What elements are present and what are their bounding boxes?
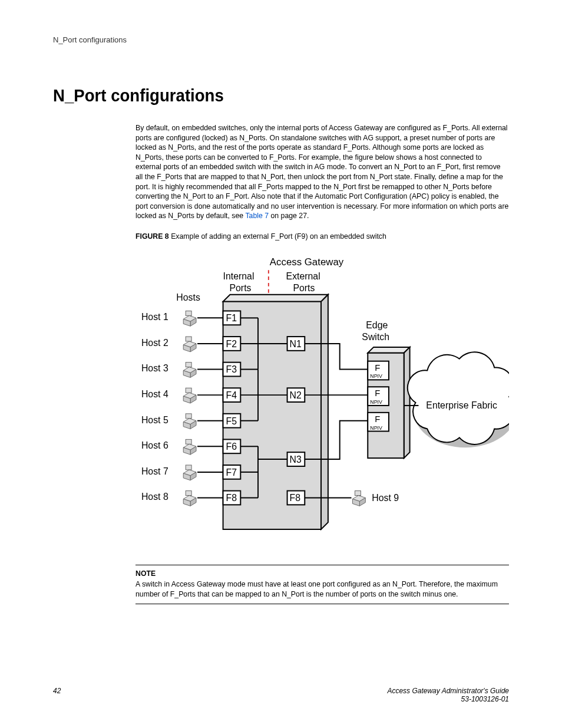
note-label: NOTE [135, 569, 509, 579]
table-link[interactable]: Table 7 [245, 212, 269, 220]
host9-label: Host 9 [372, 493, 399, 503]
host-label: Host 1 [141, 312, 168, 322]
figure-caption: FIGURE 8 Example of adding an external F… [135, 232, 509, 242]
fport-label: F8 [226, 493, 237, 503]
npiv-f: F [375, 388, 380, 398]
section-title: N_Port configurations [53, 85, 472, 106]
svg-marker-45 [368, 347, 409, 353]
note-box: NOTE A switch in Access Gateway mode mus… [135, 565, 509, 605]
svg-marker-2 [321, 294, 328, 529]
host-label: Host 2 [141, 337, 168, 347]
ext-fport-label: F8 [290, 493, 301, 503]
svg-marker-1 [223, 294, 328, 301]
hosts-label: Hosts [176, 292, 200, 302]
fport-label: F5 [226, 416, 237, 426]
host-label: Host 6 [141, 440, 168, 450]
external-label-2: Ports [293, 282, 315, 292]
host-label: Host 8 [141, 492, 168, 502]
fport-label: F3 [226, 364, 237, 374]
running-header: N_Port configurations [53, 35, 509, 44]
host-label: Host 5 [141, 414, 168, 424]
figure-svg: Access Gateway Internal Ports External P… [135, 252, 509, 553]
edge-label-2: Switch [362, 332, 389, 342]
figure: Access Gateway Internal Ports External P… [135, 252, 509, 553]
paragraph-tail: on page 27. [269, 212, 309, 220]
fport-label: F4 [226, 390, 237, 400]
fport-label: F2 [226, 338, 237, 348]
host-label: Host 4 [141, 389, 168, 399]
fport-label: F1 [226, 313, 237, 323]
body-paragraph: By default, on embedded switches, only t… [135, 123, 509, 221]
internal-label-2: Ports [229, 282, 251, 292]
edge-label-1: Edge [366, 320, 388, 330]
nport-label: N3 [290, 454, 302, 465]
host-label: Host 7 [141, 466, 168, 476]
npiv-sub: NPIV [370, 399, 382, 405]
svg-marker-46 [404, 347, 410, 457]
paragraph-text: By default, on embedded switches, only t… [135, 124, 508, 220]
npiv-sub: NPIV [370, 424, 382, 430]
figure-caption-text: Example of adding an external F_Port (F9… [169, 232, 386, 241]
footer-docnum: 53-1003126-01 [387, 695, 509, 703]
note-body: A switch in Access Gateway mode must hav… [135, 580, 498, 598]
npiv-sub: NPIV [370, 373, 382, 379]
nport-label: N2 [290, 390, 302, 400]
nport-label: N1 [290, 338, 302, 348]
npiv-f: F [375, 363, 380, 372]
footer-page-number: 42 [53, 687, 61, 703]
fport-label: F6 [226, 442, 237, 452]
internal-label-1: Internal [223, 271, 254, 281]
npiv-f: F [375, 414, 380, 423]
figure-label: FIGURE 8 [135, 232, 169, 241]
fport-label: F7 [226, 467, 237, 477]
external-label-1: External [286, 271, 320, 281]
footer-title: Access Gateway Administrator's Guide [387, 687, 509, 695]
host-label: Host 3 [141, 363, 168, 373]
ag-title: Access Gateway [270, 256, 344, 268]
fabric-cloud: Enterprise Fabric [404, 352, 509, 447]
fabric-label: Enterprise Fabric [426, 400, 497, 410]
